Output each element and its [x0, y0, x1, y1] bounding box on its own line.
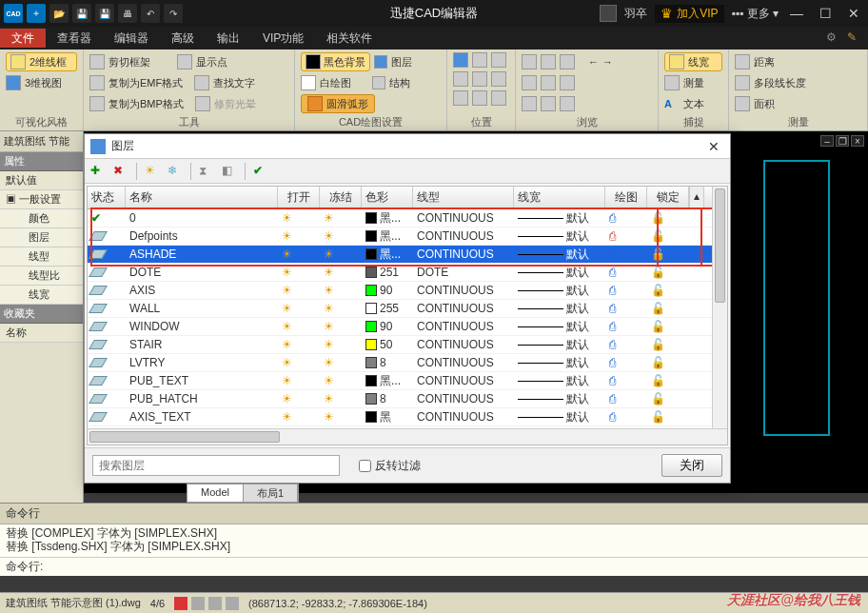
plot-icon[interactable]: ⎙ [609, 320, 616, 333]
light-on-icon[interactable]: ☀ [145, 164, 160, 179]
prop-row[interactable]: 线型 [0, 247, 83, 267]
btn-polyline-length[interactable]: 多段线长度 [735, 73, 861, 92]
prop-row[interactable]: 图层 [0, 228, 83, 247]
freeze-icon[interactable]: ☀ [324, 356, 334, 369]
sub-restore-icon[interactable]: ❐ [836, 135, 849, 147]
linetype-cell[interactable]: CONTINUOUS [413, 392, 514, 405]
visibility-icon[interactable]: ☀ [282, 229, 292, 243]
freeze-icon[interactable]: ☀ [324, 284, 334, 297]
state-icon[interactable]: ◧ [222, 164, 237, 179]
layer-row[interactable]: WALL☀☀255CONTINUOUS默认⎙🔓 [88, 300, 727, 318]
pos-icon-6[interactable] [491, 71, 506, 87]
color-swatch[interactable] [365, 248, 377, 260]
layer-row[interactable]: Defpoints☀☀黑...CONTINUOUS默认⎙🔓 [88, 227, 727, 246]
layer-row[interactable]: DOTE☀☀251DOTE默认⎙🔓 [88, 264, 727, 282]
lock-icon[interactable]: 🔓 [651, 302, 665, 315]
freeze-icon[interactable]: ☀ [324, 229, 334, 243]
btn-structure[interactable]: 结构 [389, 76, 410, 90]
new-icon[interactable]: ＋ [27, 4, 46, 23]
lineweight-cell[interactable]: 默认 [514, 210, 605, 227]
open-icon[interactable]: 📂 [49, 4, 69, 23]
menu-高级[interactable]: 高级 [160, 29, 206, 48]
btn-arc[interactable]: 圆滑弧形 [301, 94, 375, 113]
lock-icon[interactable]: 🔓 [651, 284, 665, 297]
col-linetype[interactable]: 线型 [413, 187, 514, 208]
drawing-tab[interactable]: 建筑图纸 节能 [0, 131, 83, 152]
btn-copy-bmp[interactable]: 复制为BMP格式 [108, 97, 184, 111]
col-plot[interactable]: 绘图 [605, 187, 647, 208]
lineweight-cell[interactable]: 默认 [514, 301, 605, 317]
plot-icon[interactable]: ⎙ [609, 356, 616, 369]
visibility-icon[interactable]: ☀ [282, 211, 292, 225]
linetype-cell[interactable]: CONTINUOUS [413, 320, 514, 333]
lineweight-cell[interactable]: 默认 [514, 337, 605, 353]
freeze-toggle-icon[interactable]: ❄ [168, 164, 183, 179]
layer-row[interactable]: PUB_HATCH☀☀8CONTINUOUS默认⎙🔓 [88, 390, 727, 408]
nav-right-icon[interactable]: → [602, 56, 613, 68]
color-swatch[interactable] [365, 303, 377, 314]
horizontal-scrollbar[interactable] [88, 428, 727, 445]
visibility-icon[interactable]: ☀ [282, 320, 292, 333]
lineweight-cell[interactable]: 默认 [514, 355, 605, 371]
lock-icon[interactable]: 🔓 [651, 392, 665, 405]
user-name[interactable]: 羽卒 [624, 6, 647, 22]
lineweight-cell[interactable]: 默认 [514, 409, 605, 425]
lineweight-cell[interactable]: 默认 [514, 373, 605, 389]
btn-white-draw[interactable]: 白绘图 [320, 76, 351, 90]
color-swatch[interactable] [365, 230, 377, 242]
nav-icon-5[interactable] [541, 75, 556, 90]
visibility-icon[interactable]: ☀ [282, 356, 292, 369]
save-all-icon[interactable]: 💾 [95, 4, 114, 23]
freeze-icon[interactable]: ☀ [324, 338, 334, 351]
btn-find-text[interactable]: 查找文字 [213, 76, 255, 90]
snap-icon[interactable] [174, 597, 187, 610]
pos-icon-8[interactable] [472, 90, 487, 106]
linetype-cell[interactable]: CONTINUOUS [413, 302, 514, 315]
btn-copy-emf[interactable]: 复制为EMF格式 [108, 76, 183, 90]
nav-icon-6[interactable] [560, 75, 575, 90]
general-settings[interactable]: ▣ 一般设置 [0, 190, 83, 209]
nav-icon-8[interactable] [541, 96, 556, 111]
prop-row[interactable]: 线宽 [0, 286, 83, 305]
plot-icon[interactable]: ⎙ [609, 284, 616, 297]
btn-linewidth[interactable]: 线宽 [664, 52, 722, 71]
nav-icon-4[interactable] [522, 75, 537, 90]
color-swatch[interactable] [365, 321, 377, 332]
layer-row[interactable]: WINDOW☀☀90CONTINUOUS默认⎙🔓 [88, 318, 727, 336]
dialog-close-button[interactable]: 关闭 [661, 454, 722, 477]
maximize-icon[interactable]: ☐ [815, 3, 836, 24]
dialog-title-bar[interactable]: 图层 ✕ [85, 134, 730, 159]
nav-icon-3[interactable] [560, 54, 575, 69]
search-layers-input[interactable] [92, 455, 340, 476]
lock-icon[interactable]: 🔓 [651, 374, 665, 387]
btn-black-bg[interactable]: 黑色背景 [301, 52, 370, 71]
save-icon[interactable]: 💾 [72, 4, 91, 23]
linetype-cell[interactable]: CONTINUOUS [413, 356, 514, 369]
menu-相关软件[interactable]: 相关软件 [315, 29, 384, 48]
feedback-icon[interactable]: ✎ [847, 30, 862, 46]
nav-icon-7[interactable] [522, 96, 537, 111]
layer-row[interactable]: ASHADE☀☀黑...CONTINUOUS默认⎙🔓 [88, 246, 727, 264]
delete-layer-icon[interactable]: ✖ [113, 164, 128, 179]
color-swatch[interactable] [365, 267, 377, 278]
btn-trim[interactable]: 修剪光晕 [214, 97, 256, 111]
plot-icon[interactable]: ⎙ [609, 229, 616, 243]
nav-icon-9[interactable] [560, 96, 575, 111]
layer-row[interactable]: AXIS☀☀90CONTINUOUS默认⎙🔓 [88, 282, 727, 300]
freeze-icon[interactable]: ☀ [324, 266, 334, 279]
plot-icon[interactable]: ⎙ [609, 338, 616, 351]
layer-row[interactable]: AXIS_TEXT☀☀黑CONTINUOUS默认⎙🔓 [88, 408, 727, 426]
freeze-icon[interactable]: ☀ [324, 320, 334, 333]
color-swatch[interactable] [365, 411, 377, 423]
btn-2d-wireframe[interactable]: 2维线框 [6, 52, 77, 71]
user-avatar-icon[interactable] [600, 5, 617, 22]
col-lock[interactable]: 锁定 [647, 187, 689, 208]
linetype-cell[interactable]: CONTINUOUS [413, 229, 514, 243]
ortho-icon[interactable] [208, 597, 222, 610]
visibility-icon[interactable]: ☀ [282, 338, 292, 351]
lineweight-cell[interactable]: 默认 [514, 319, 605, 335]
close-icon[interactable]: ✕ [843, 3, 864, 24]
plot-icon[interactable]: ⎙ [609, 392, 616, 405]
filter-icon[interactable]: ⧗ [199, 164, 214, 179]
lock-icon[interactable]: 🔓 [651, 410, 665, 424]
